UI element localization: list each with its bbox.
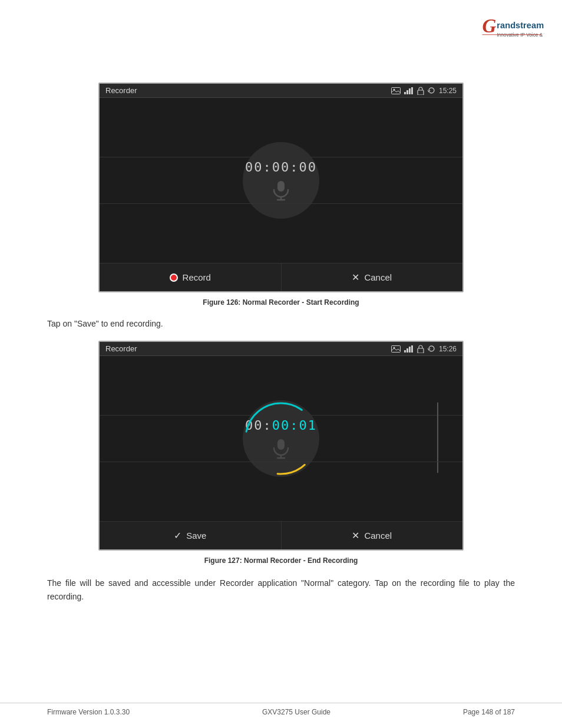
page-footer: Firmware Version 1.0.3.30 GXV3275 User G… — [0, 703, 562, 716]
footer-right: Page 148 of 187 — [463, 708, 515, 716]
recorder-screen-2: Recorder — [98, 341, 464, 551]
mic-icon-2 — [269, 436, 293, 460]
record-button[interactable]: Record — [100, 263, 282, 291]
signal-icon-2 — [404, 345, 414, 353]
svg-text:G: G — [482, 15, 497, 37]
paragraph-2: The file will be saved and accessible un… — [47, 577, 515, 603]
cancel-label-1: Cancel — [364, 272, 392, 282]
timer-1: 00:00:00 — [245, 160, 317, 174]
lock-icon-2 — [417, 345, 424, 353]
app-title-1: Recorder — [105, 86, 137, 95]
svg-rect-11 — [277, 181, 285, 192]
clock-time-1: 15:25 — [439, 87, 457, 95]
save-label: Save — [186, 531, 206, 541]
status-bar-2: Recorder — [100, 342, 462, 356]
refresh-icon-2 — [428, 345, 435, 353]
footer-left: Firmware Version 1.0.3.30 — [47, 708, 130, 716]
app-title-2: Recorder — [105, 344, 137, 353]
recorder-screen-1: Recorder — [98, 83, 464, 292]
footer-center: GXV3275 User Guide — [262, 708, 330, 716]
image-icon-2 — [391, 345, 401, 353]
mic-circle-1: 00:00:00 — [243, 142, 319, 219]
clock-time-2: 15:26 — [439, 345, 457, 353]
cancel-button-2[interactable]: ✕ Cancel — [282, 522, 463, 549]
svg-rect-9 — [411, 87, 413, 94]
image-icon — [391, 87, 401, 94]
lock-icon — [417, 87, 424, 95]
x-icon-2: ✕ — [352, 530, 359, 541]
paragraph-1: Tap on "Save" to end recording. — [47, 317, 515, 330]
bottom-bar-2: ✓ Save ✕ Cancel — [100, 521, 462, 549]
status-bar-1: Recorder — [100, 84, 462, 98]
svg-rect-18 — [409, 347, 411, 353]
svg-rect-14 — [391, 345, 400, 352]
svg-text:randstream: randstream — [497, 21, 544, 30]
cancel-label-2: Cancel — [364, 531, 392, 541]
svg-rect-7 — [406, 90, 408, 94]
x-icon-1: ✕ — [352, 272, 359, 283]
refresh-icon — [428, 87, 435, 94]
figure-caption-2: Figure 127: Normal Recorder - End Record… — [47, 556, 515, 565]
svg-rect-10 — [418, 90, 424, 95]
svg-rect-8 — [409, 88, 411, 94]
record-label: Record — [183, 272, 211, 282]
cancel-button-1[interactable]: ✕ Cancel — [282, 263, 463, 291]
svg-rect-19 — [411, 345, 413, 353]
bottom-bar-1: Record ✕ Cancel — [100, 263, 462, 291]
figure-caption-1: Figure 126: Normal Recorder - Start Reco… — [47, 298, 515, 307]
page-content: Recorder — [0, 0, 562, 637]
recorder-body-2: 00: 00:01 — [100, 356, 462, 521]
logo-area: G randstream Innovative IP Voice & Video — [480, 11, 544, 45]
waveform-line — [437, 403, 439, 473]
check-icon: ✓ — [174, 530, 181, 541]
svg-rect-17 — [406, 348, 408, 353]
waveform-container — [437, 403, 439, 475]
recorder-body-1: 00:00:00 — [100, 98, 462, 263]
svg-rect-16 — [404, 350, 406, 353]
mic-icon-1 — [269, 178, 293, 202]
record-dot — [170, 274, 178, 282]
save-button[interactable]: ✓ Save — [100, 522, 282, 549]
svg-rect-6 — [404, 92, 406, 94]
mic-circle-2: 00: 00:01 — [243, 400, 319, 477]
svg-rect-20 — [418, 348, 424, 353]
svg-rect-23 — [277, 439, 285, 450]
status-icons-2: 15:26 — [391, 345, 457, 353]
signal-icon — [404, 87, 414, 94]
status-icons-1: 15:25 — [391, 87, 457, 95]
svg-rect-4 — [391, 87, 400, 94]
